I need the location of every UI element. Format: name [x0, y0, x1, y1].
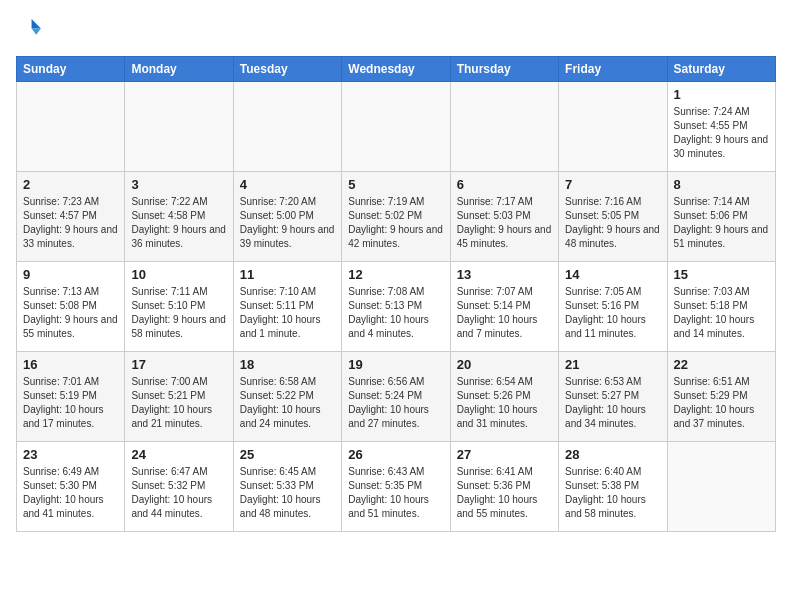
calendar-cell: 7Sunrise: 7:16 AM Sunset: 5:05 PM Daylig…: [559, 172, 667, 262]
weekday-header-monday: Monday: [125, 57, 233, 82]
calendar-cell: 18Sunrise: 6:58 AM Sunset: 5:22 PM Dayli…: [233, 352, 341, 442]
day-info: Sunrise: 6:51 AM Sunset: 5:29 PM Dayligh…: [674, 375, 769, 431]
day-number: 14: [565, 267, 660, 282]
day-info: Sunrise: 7:23 AM Sunset: 4:57 PM Dayligh…: [23, 195, 118, 251]
calendar-cell: 28Sunrise: 6:40 AM Sunset: 5:38 PM Dayli…: [559, 442, 667, 532]
day-info: Sunrise: 7:17 AM Sunset: 5:03 PM Dayligh…: [457, 195, 552, 251]
svg-marker-1: [32, 28, 41, 34]
day-info: Sunrise: 7:16 AM Sunset: 5:05 PM Dayligh…: [565, 195, 660, 251]
day-info: Sunrise: 6:49 AM Sunset: 5:30 PM Dayligh…: [23, 465, 118, 521]
day-info: Sunrise: 7:22 AM Sunset: 4:58 PM Dayligh…: [131, 195, 226, 251]
weekday-header-thursday: Thursday: [450, 57, 558, 82]
day-number: 22: [674, 357, 769, 372]
day-number: 24: [131, 447, 226, 462]
day-number: 15: [674, 267, 769, 282]
calendar-cell: 15Sunrise: 7:03 AM Sunset: 5:18 PM Dayli…: [667, 262, 775, 352]
day-info: Sunrise: 7:19 AM Sunset: 5:02 PM Dayligh…: [348, 195, 443, 251]
calendar-cell: 25Sunrise: 6:45 AM Sunset: 5:33 PM Dayli…: [233, 442, 341, 532]
calendar-cell: [667, 442, 775, 532]
day-number: 9: [23, 267, 118, 282]
day-info: Sunrise: 7:24 AM Sunset: 4:55 PM Dayligh…: [674, 105, 769, 161]
calendar-cell: 4Sunrise: 7:20 AM Sunset: 5:00 PM Daylig…: [233, 172, 341, 262]
calendar-cell: 10Sunrise: 7:11 AM Sunset: 5:10 PM Dayli…: [125, 262, 233, 352]
day-info: Sunrise: 7:08 AM Sunset: 5:13 PM Dayligh…: [348, 285, 443, 341]
calendar-table: SundayMondayTuesdayWednesdayThursdayFrid…: [16, 56, 776, 532]
calendar-cell: 17Sunrise: 7:00 AM Sunset: 5:21 PM Dayli…: [125, 352, 233, 442]
calendar-cell: [125, 82, 233, 172]
weekday-header-tuesday: Tuesday: [233, 57, 341, 82]
calendar-cell: [559, 82, 667, 172]
day-info: Sunrise: 7:03 AM Sunset: 5:18 PM Dayligh…: [674, 285, 769, 341]
calendar-cell: [17, 82, 125, 172]
day-number: 7: [565, 177, 660, 192]
calendar-cell: 8Sunrise: 7:14 AM Sunset: 5:06 PM Daylig…: [667, 172, 775, 262]
day-number: 3: [131, 177, 226, 192]
day-info: Sunrise: 6:53 AM Sunset: 5:27 PM Dayligh…: [565, 375, 660, 431]
calendar-cell: 5Sunrise: 7:19 AM Sunset: 5:02 PM Daylig…: [342, 172, 450, 262]
weekday-header-wednesday: Wednesday: [342, 57, 450, 82]
day-number: 26: [348, 447, 443, 462]
calendar-cell: 21Sunrise: 6:53 AM Sunset: 5:27 PM Dayli…: [559, 352, 667, 442]
calendar-cell: 26Sunrise: 6:43 AM Sunset: 5:35 PM Dayli…: [342, 442, 450, 532]
weekday-header-saturday: Saturday: [667, 57, 775, 82]
page-header: [16, 16, 776, 44]
day-number: 16: [23, 357, 118, 372]
calendar-cell: 16Sunrise: 7:01 AM Sunset: 5:19 PM Dayli…: [17, 352, 125, 442]
day-number: 18: [240, 357, 335, 372]
day-number: 12: [348, 267, 443, 282]
calendar-cell: 22Sunrise: 6:51 AM Sunset: 5:29 PM Dayli…: [667, 352, 775, 442]
day-info: Sunrise: 7:10 AM Sunset: 5:11 PM Dayligh…: [240, 285, 335, 341]
logo: [16, 16, 48, 44]
day-number: 27: [457, 447, 552, 462]
calendar-cell: 9Sunrise: 7:13 AM Sunset: 5:08 PM Daylig…: [17, 262, 125, 352]
calendar-cell: [342, 82, 450, 172]
day-number: 25: [240, 447, 335, 462]
day-number: 5: [348, 177, 443, 192]
day-info: Sunrise: 6:40 AM Sunset: 5:38 PM Dayligh…: [565, 465, 660, 521]
day-info: Sunrise: 7:20 AM Sunset: 5:00 PM Dayligh…: [240, 195, 335, 251]
day-number: 28: [565, 447, 660, 462]
calendar-cell: 19Sunrise: 6:56 AM Sunset: 5:24 PM Dayli…: [342, 352, 450, 442]
calendar-cell: 11Sunrise: 7:10 AM Sunset: 5:11 PM Dayli…: [233, 262, 341, 352]
day-number: 8: [674, 177, 769, 192]
calendar-cell: [233, 82, 341, 172]
day-number: 6: [457, 177, 552, 192]
day-info: Sunrise: 6:45 AM Sunset: 5:33 PM Dayligh…: [240, 465, 335, 521]
logo-icon: [16, 16, 44, 44]
svg-marker-0: [32, 19, 41, 28]
day-number: 17: [131, 357, 226, 372]
day-info: Sunrise: 7:11 AM Sunset: 5:10 PM Dayligh…: [131, 285, 226, 341]
calendar-cell: [450, 82, 558, 172]
calendar-cell: 3Sunrise: 7:22 AM Sunset: 4:58 PM Daylig…: [125, 172, 233, 262]
calendar-cell: 1Sunrise: 7:24 AM Sunset: 4:55 PM Daylig…: [667, 82, 775, 172]
day-number: 4: [240, 177, 335, 192]
day-info: Sunrise: 7:13 AM Sunset: 5:08 PM Dayligh…: [23, 285, 118, 341]
day-info: Sunrise: 6:54 AM Sunset: 5:26 PM Dayligh…: [457, 375, 552, 431]
day-number: 13: [457, 267, 552, 282]
day-info: Sunrise: 7:14 AM Sunset: 5:06 PM Dayligh…: [674, 195, 769, 251]
calendar-cell: 2Sunrise: 7:23 AM Sunset: 4:57 PM Daylig…: [17, 172, 125, 262]
calendar-cell: 6Sunrise: 7:17 AM Sunset: 5:03 PM Daylig…: [450, 172, 558, 262]
day-info: Sunrise: 6:47 AM Sunset: 5:32 PM Dayligh…: [131, 465, 226, 521]
day-info: Sunrise: 7:07 AM Sunset: 5:14 PM Dayligh…: [457, 285, 552, 341]
calendar-cell: 24Sunrise: 6:47 AM Sunset: 5:32 PM Dayli…: [125, 442, 233, 532]
day-number: 21: [565, 357, 660, 372]
day-info: Sunrise: 7:00 AM Sunset: 5:21 PM Dayligh…: [131, 375, 226, 431]
day-number: 11: [240, 267, 335, 282]
weekday-header-sunday: Sunday: [17, 57, 125, 82]
day-info: Sunrise: 6:43 AM Sunset: 5:35 PM Dayligh…: [348, 465, 443, 521]
day-info: Sunrise: 7:01 AM Sunset: 5:19 PM Dayligh…: [23, 375, 118, 431]
day-number: 23: [23, 447, 118, 462]
day-info: Sunrise: 6:58 AM Sunset: 5:22 PM Dayligh…: [240, 375, 335, 431]
calendar-cell: 20Sunrise: 6:54 AM Sunset: 5:26 PM Dayli…: [450, 352, 558, 442]
calendar-cell: 14Sunrise: 7:05 AM Sunset: 5:16 PM Dayli…: [559, 262, 667, 352]
day-number: 19: [348, 357, 443, 372]
day-info: Sunrise: 7:05 AM Sunset: 5:16 PM Dayligh…: [565, 285, 660, 341]
weekday-header-friday: Friday: [559, 57, 667, 82]
day-info: Sunrise: 6:56 AM Sunset: 5:24 PM Dayligh…: [348, 375, 443, 431]
calendar-cell: 27Sunrise: 6:41 AM Sunset: 5:36 PM Dayli…: [450, 442, 558, 532]
day-number: 1: [674, 87, 769, 102]
calendar-cell: 13Sunrise: 7:07 AM Sunset: 5:14 PM Dayli…: [450, 262, 558, 352]
calendar-cell: 12Sunrise: 7:08 AM Sunset: 5:13 PM Dayli…: [342, 262, 450, 352]
day-info: Sunrise: 6:41 AM Sunset: 5:36 PM Dayligh…: [457, 465, 552, 521]
